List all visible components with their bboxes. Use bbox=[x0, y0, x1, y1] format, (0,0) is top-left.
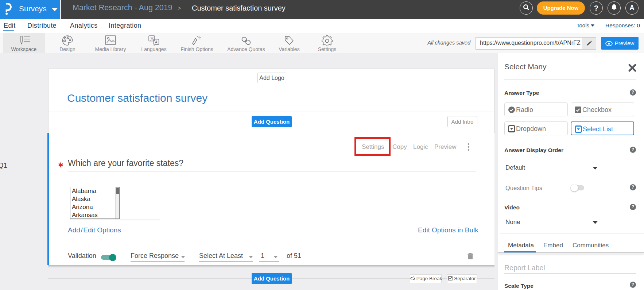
svg-text:文: 文 bbox=[150, 36, 154, 41]
svg-text:A: A bbox=[155, 40, 158, 44]
